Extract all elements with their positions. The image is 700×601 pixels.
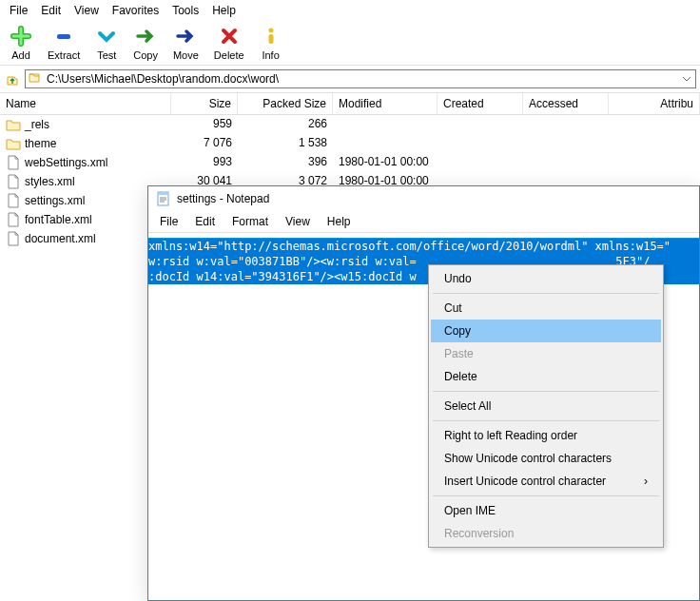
notepad-icon xyxy=(156,191,171,206)
delete-icon xyxy=(218,25,241,48)
move-icon xyxy=(174,25,197,48)
file-modified xyxy=(333,116,438,133)
file-icon xyxy=(6,155,21,170)
menu-edit[interactable]: Edit xyxy=(35,2,67,19)
svg-point-1 xyxy=(268,29,273,33)
np-menu-edit[interactable]: Edit xyxy=(187,211,223,232)
folder-icon xyxy=(6,136,21,151)
info-icon xyxy=(260,25,282,48)
file-packed-size: 266 xyxy=(238,116,333,133)
info-button[interactable]: Info xyxy=(254,23,288,63)
list-header: Name Size Packed Size Modified Created A… xyxy=(0,93,700,115)
np-menu-file[interactable]: File xyxy=(152,211,185,232)
file-size: 7 076 xyxy=(171,135,238,152)
file-name: settings.xml xyxy=(25,194,85,207)
ctx-cut[interactable]: Cut xyxy=(431,297,661,320)
menu-help[interactable]: Help xyxy=(206,2,242,19)
file-icon xyxy=(6,193,21,208)
ctx-insert-unicode-control-character[interactable]: Insert Unicode control character› xyxy=(431,470,661,493)
file-row[interactable]: theme7 0761 538 xyxy=(0,134,700,153)
up-icon[interactable] xyxy=(4,70,21,87)
col-attributes[interactable]: Attribu xyxy=(609,93,700,114)
add-button[interactable]: Add xyxy=(4,23,38,63)
file-row[interactable]: _rels959266 xyxy=(0,115,700,134)
info-button-label: Info xyxy=(262,49,279,61)
notepad-menubar: FileEditFormatViewHelp xyxy=(148,211,699,233)
ctx-show-unicode-control-characters[interactable]: Show Unicode control characters xyxy=(431,447,661,470)
folder-icon xyxy=(6,117,21,132)
menu-view[interactable]: View xyxy=(68,2,105,19)
file-modified xyxy=(333,135,438,152)
move-button[interactable]: Move xyxy=(167,23,204,63)
menu-separator xyxy=(433,495,659,496)
main-menubar: FileEditViewFavoritesToolsHelp xyxy=(0,0,700,21)
copy-icon xyxy=(134,25,157,48)
file-name: styles.xml xyxy=(25,175,75,188)
delete-button[interactable]: Delete xyxy=(208,23,250,63)
col-size[interactable]: Size xyxy=(171,93,238,114)
file-icon xyxy=(6,212,21,227)
extract-icon xyxy=(52,25,75,48)
add-icon xyxy=(10,25,32,48)
file-packed-size: 396 xyxy=(238,154,333,171)
ctx-paste: Paste xyxy=(431,342,661,365)
col-accessed[interactable]: Accessed xyxy=(523,93,609,114)
chevron-right-icon: › xyxy=(644,475,648,488)
menu-favorites[interactable]: Favorites xyxy=(107,2,165,19)
extract-button-label: Extract xyxy=(48,49,80,61)
file-row[interactable]: webSettings.xml9933961980-01-01 00:00 xyxy=(0,153,700,172)
ctx-copy[interactable]: Copy xyxy=(431,320,661,342)
file-icon xyxy=(6,231,21,246)
file-modified: 1980-01-01 00:00 xyxy=(333,154,438,171)
file-name: document.xml xyxy=(25,232,96,245)
copy-button[interactable]: Copy xyxy=(127,23,164,63)
notepad-titlebar[interactable]: settings - Notepad xyxy=(148,186,699,211)
file-size: 993 xyxy=(171,154,238,171)
test-icon xyxy=(95,25,118,48)
extract-button[interactable]: Extract xyxy=(42,23,86,63)
file-packed-size: 1 538 xyxy=(238,135,333,152)
file-name: fontTable.xml xyxy=(25,213,92,226)
svg-rect-4 xyxy=(158,192,168,195)
col-modified[interactable]: Modified xyxy=(333,93,438,114)
file-name: webSettings.xml xyxy=(25,156,107,169)
delete-button-label: Delete xyxy=(214,49,244,61)
address-input[interactable] xyxy=(25,69,696,88)
ctx-delete[interactable]: Delete xyxy=(431,365,661,388)
menu-file[interactable]: File xyxy=(4,2,33,19)
notepad-title-text: settings - Notepad xyxy=(177,192,269,205)
np-menu-view[interactable]: View xyxy=(278,211,318,232)
test-button[interactable]: Test xyxy=(89,23,124,63)
menu-separator xyxy=(433,391,659,392)
np-menu-help[interactable]: Help xyxy=(320,211,359,232)
np-menu-format[interactable]: Format xyxy=(224,211,276,232)
selected-text-line: xmlns:w14="http://schemas.microsoft.com/… xyxy=(148,239,699,254)
col-name[interactable]: Name xyxy=(0,93,171,114)
add-button-label: Add xyxy=(11,49,30,61)
ctx-reconversion: Reconversion xyxy=(431,522,661,545)
menu-separator xyxy=(433,293,659,294)
file-icon xyxy=(6,174,21,189)
file-size: 959 xyxy=(171,116,238,133)
svg-rect-0 xyxy=(57,34,70,39)
toolbar: AddExtractTestCopyMoveDeleteInfo xyxy=(0,21,700,66)
ctx-open-ime[interactable]: Open IME xyxy=(431,499,661,522)
col-psize[interactable]: Packed Size xyxy=(238,93,333,114)
file-name: theme xyxy=(25,137,56,150)
test-button-label: Test xyxy=(97,49,116,61)
move-button-label: Move xyxy=(173,49,199,61)
menu-tools[interactable]: Tools xyxy=(166,2,204,19)
svg-rect-2 xyxy=(268,34,273,44)
address-bar xyxy=(0,66,700,93)
ctx-select-all[interactable]: Select All xyxy=(431,395,661,417)
ctx-undo[interactable]: Undo xyxy=(431,267,661,290)
context-menu: UndoCutCopyPasteDeleteSelect AllRight to… xyxy=(428,264,664,548)
ctx-right-to-left-reading-order[interactable]: Right to left Reading order xyxy=(431,424,661,447)
col-created[interactable]: Created xyxy=(438,93,523,114)
copy-button-label: Copy xyxy=(133,49,158,61)
file-name: _rels xyxy=(25,118,49,131)
menu-separator xyxy=(433,420,659,421)
